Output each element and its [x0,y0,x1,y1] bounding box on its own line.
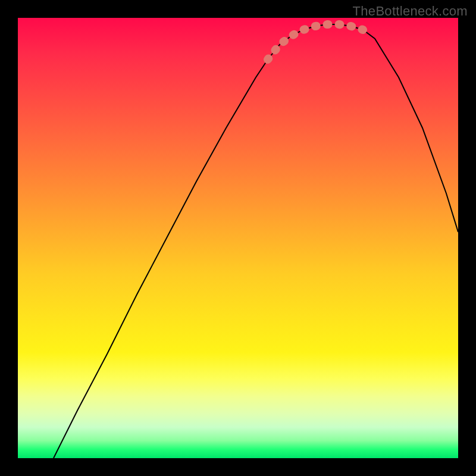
highlight-dots [268,24,363,60]
watermark-text: TheBottleneck.com [353,4,468,19]
chart-svg [18,18,458,458]
chart-area [18,18,458,458]
bottleneck-curve [54,24,458,458]
